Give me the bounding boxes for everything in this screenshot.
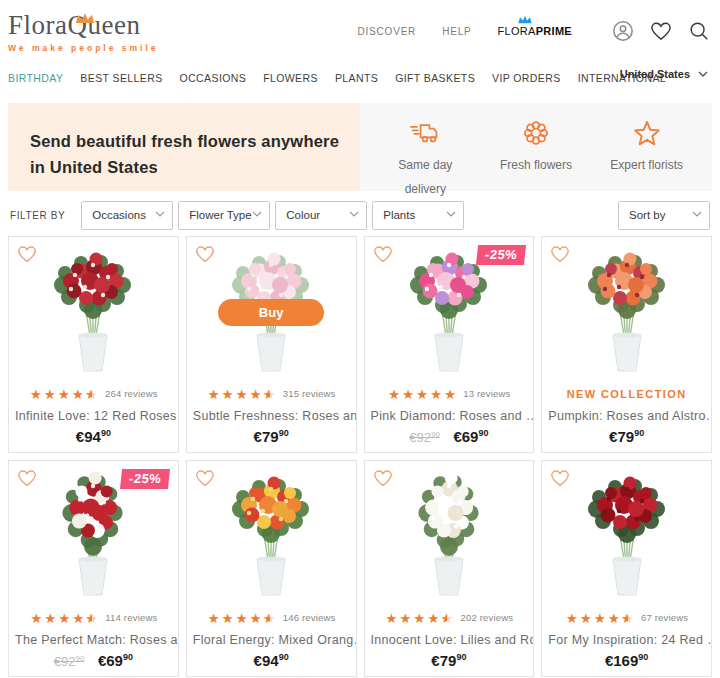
product-card-0[interactable]: ★★★★★★★★★★ 264 reviews Infinite Love: 12… [8, 236, 179, 453]
star-icon: ★★ [207, 612, 221, 625]
hero-title: Send beautiful fresh flowers anywhere in… [30, 129, 340, 180]
current-price: €6990 [98, 652, 133, 669]
hero-message: Send beautiful fresh flowers anywhere in… [8, 103, 360, 191]
feature-label: Fresh flowers [481, 153, 591, 177]
truck-icon [370, 119, 480, 147]
product-title[interactable]: Pink Diamond: Roses and … [365, 409, 534, 423]
country-selector[interactable]: United States [620, 68, 708, 80]
rating-row: ★★★★★★★★★★ 67 reviews [542, 609, 711, 626]
favorite-heart-icon[interactable] [195, 245, 215, 267]
star-icon: ★★ [43, 388, 57, 401]
price-row: €9490 [187, 652, 356, 670]
search-icon[interactable] [688, 20, 710, 42]
nav-item-plants[interactable]: PLANTS [335, 72, 378, 84]
star-icon: ★★ [443, 388, 457, 401]
star-icon: ★★ [71, 612, 85, 625]
discover-link[interactable]: DISCOVER [358, 26, 417, 37]
filter-bar: FILTER BY OccasionsFlower TypeColourPlan… [8, 200, 712, 230]
wishlist-heart-icon[interactable] [650, 21, 672, 41]
dropdown-label: Occasions [92, 209, 146, 221]
rating-row: NEW COLLECTION [542, 385, 711, 402]
favorite-heart-icon[interactable] [17, 245, 37, 267]
nav-item-occasions[interactable]: OCCASIONS [180, 72, 247, 84]
star-icon: ★★ [249, 388, 263, 401]
help-link[interactable]: HELP [442, 26, 471, 37]
star-icon: ★★ [57, 388, 71, 401]
country-label: United States [620, 68, 690, 80]
rating-row: ★★★★★★★★★★ 264 reviews [9, 385, 178, 402]
review-count[interactable]: 114 reviews [105, 612, 157, 623]
sort-by-dropdown[interactable]: Sort by [618, 201, 710, 230]
product-title[interactable]: The Perfect Match: Roses a… [9, 633, 178, 647]
product-title[interactable]: Floral Energy: Mixed Orang… [187, 633, 356, 647]
nav-item-birthday[interactable]: BIRTHDAY [8, 72, 63, 84]
product-card-1[interactable]: Buy ★★★★★★★★★★ 315 reviews Subtle Freshn… [186, 236, 357, 453]
favorite-heart-icon[interactable] [373, 469, 393, 491]
feature-expert-florists: Expert florists [592, 119, 702, 191]
star-icon: ★★ [607, 612, 621, 625]
favorite-heart-icon[interactable] [550, 245, 570, 267]
feature-same-day-delivery: Same day delivery [370, 119, 480, 191]
filter-dropdown-colour[interactable]: Colour [275, 201, 367, 230]
product-card-6[interactable]: ★★★★★★★★★★ 202 reviews Innocent Love: Li… [364, 460, 535, 677]
account-icon[interactable] [612, 20, 634, 42]
current-price: €9490 [76, 428, 111, 445]
review-count[interactable]: 264 reviews [105, 388, 158, 399]
favorite-heart-icon[interactable] [195, 469, 215, 491]
product-title[interactable]: Subtle Freshness: Roses an… [187, 409, 356, 423]
filter-dropdown-plants[interactable]: Plants [372, 201, 464, 230]
review-count[interactable]: 315 reviews [283, 388, 336, 399]
star-icon: ★★ [85, 612, 99, 625]
star-icon [592, 119, 702, 147]
product-title[interactable]: Pumpkin: Roses and Alstro… [542, 409, 711, 423]
product-card-3[interactable]: NEW COLLECTION Pumpkin: Roses and Alstro… [541, 236, 712, 453]
current-price: €6990 [453, 428, 488, 445]
price-row: €16990 [542, 652, 711, 670]
buy-button[interactable]: Buy [218, 299, 324, 326]
star-icon: ★★ [263, 388, 277, 401]
discount-badge: -25% [476, 245, 526, 265]
review-count[interactable]: 67 reviews [641, 612, 688, 623]
chevron-down-icon [698, 71, 708, 77]
product-title[interactable]: For My Inspiration: 24 Red … [542, 633, 711, 647]
logo-wordmark: FloraQueen [8, 10, 159, 41]
header-right: DISCOVER HELP FLORAPRIME [358, 20, 711, 42]
review-count[interactable]: 13 reviews [463, 388, 510, 399]
price-row: €7990 [187, 428, 356, 446]
product-title[interactable]: Innocent Love: Lilies and Ro… [365, 633, 534, 647]
star-icon: ★★ [57, 612, 71, 625]
star-icon: ★★ [263, 612, 277, 625]
chevron-down-icon [692, 211, 702, 217]
star-rating: ★★★★★★★★★★ [387, 385, 457, 403]
star-icon: ★★ [426, 612, 440, 625]
favorite-heart-icon[interactable] [550, 469, 570, 491]
nav-item-gift-baskets[interactable]: GIFT BASKETS [395, 72, 475, 84]
floraprime-flora: FLORA [497, 25, 535, 37]
filter-dropdowns: OccasionsFlower TypeColourPlants [81, 201, 469, 230]
star-icon: ★★ [440, 612, 454, 625]
review-count[interactable]: 202 reviews [460, 612, 513, 623]
star-icon: ★★ [29, 612, 43, 625]
product-card-4[interactable]: -25% ★★★★★★★★★★ 114 reviews The Perfect … [8, 460, 179, 677]
price-row: €7990 [542, 428, 711, 446]
nav-item-vip-orders[interactable]: VIP ORDERS [492, 72, 561, 84]
product-card-5[interactable]: ★★★★★★★★★★ 146 reviews Floral Energy: Mi… [186, 460, 357, 677]
favorite-heart-icon[interactable] [373, 245, 393, 267]
floraprime-link[interactable]: FLORAPRIME [497, 25, 572, 37]
nav-item-flowers[interactable]: FLOWERS [263, 72, 318, 84]
star-icon: ★★ [621, 612, 635, 625]
rating-row: ★★★★★★★★★★ 13 reviews [365, 385, 534, 402]
product-card-2[interactable]: -25% ★★★★★★★★★★ 13 reviews Pink Diamond:… [364, 236, 535, 453]
star-icon: ★★ [221, 612, 235, 625]
flower-icon [481, 119, 591, 147]
product-title[interactable]: Infinite Love: 12 Red Roses [9, 409, 178, 423]
filter-dropdown-occasions[interactable]: Occasions [81, 201, 173, 230]
review-count[interactable]: 146 reviews [283, 612, 336, 623]
star-icon: ★★ [249, 612, 263, 625]
product-card-7[interactable]: ★★★★★★★★★★ 67 reviews For My Inspiration… [541, 460, 712, 677]
floraqueen-logo[interactable]: FloraQueen We make people smile [8, 10, 159, 53]
nav-items: BIRTHDAYBEST SELLERSOCCASIONSFLOWERSPLAN… [8, 68, 683, 86]
favorite-heart-icon[interactable] [17, 469, 37, 491]
filter-dropdown-flower-type[interactable]: Flower Type [178, 201, 270, 230]
nav-item-best-sellers[interactable]: BEST SELLERS [80, 72, 162, 84]
